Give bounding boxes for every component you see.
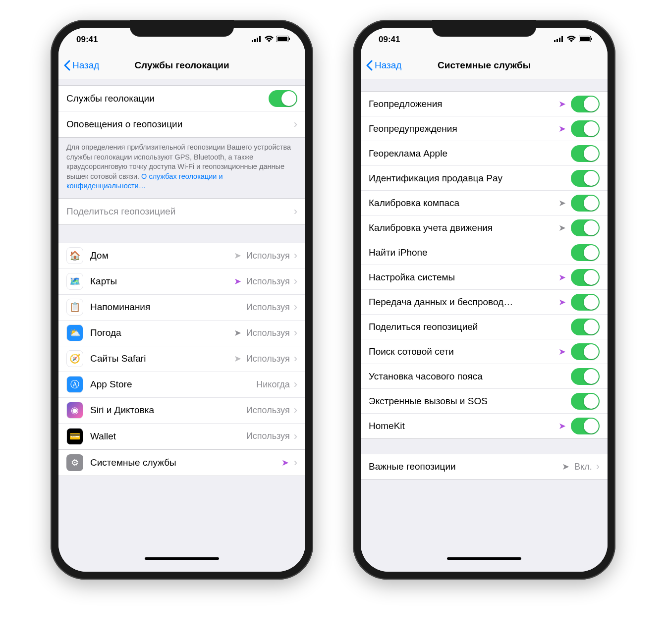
system-service-row[interactable]: Передача данных и беспровод… ➤ — [361, 290, 608, 315]
app-value: Используя — [246, 328, 290, 338]
home-indicator[interactable] — [145, 557, 219, 560]
app-name: Погода — [90, 327, 234, 338]
app-value: Используя — [246, 251, 290, 261]
system-service-row[interactable]: Идентификация продавца Pay — [361, 166, 608, 191]
row-location-services[interactable]: Службы геолокации — [58, 86, 305, 111]
app-icon: 🧭 — [66, 350, 83, 367]
wifi-icon — [567, 35, 576, 45]
app-row[interactable]: 💳 Wallet Используя › — [58, 424, 305, 449]
app-row[interactable]: Ⓐ App Store Никогда › — [58, 372, 305, 398]
status-time: 09:41 — [76, 35, 98, 45]
app-value: Используя — [246, 431, 290, 441]
service-name: Настройка системы — [369, 272, 558, 283]
wifi-icon — [265, 35, 274, 45]
toggle-switch[interactable] — [571, 343, 600, 360]
svg-rect-3 — [259, 36, 261, 42]
app-name: Напоминания — [90, 302, 242, 313]
system-service-row[interactable]: Геопредупреждения ➤ — [361, 116, 608, 141]
chevron-right-icon: › — [294, 119, 297, 130]
toggle-switch[interactable] — [571, 170, 600, 187]
app-name: Wallet — [90, 431, 242, 442]
system-service-row[interactable]: Калибровка учета движения ➤ — [361, 215, 608, 240]
app-name: Сайты Safari — [90, 353, 234, 364]
row-share-location[interactable]: Поделиться геопозицией › — [58, 199, 305, 224]
row-system-services[interactable]: ⚙ Системные службы ➤ › — [58, 450, 305, 476]
toggle-switch[interactable] — [571, 96, 600, 112]
toggle-switch[interactable] — [571, 294, 600, 311]
battery-icon — [579, 35, 593, 45]
location-arrow-icon: ➤ — [234, 353, 241, 364]
service-name: Геопредупреждения — [369, 123, 558, 134]
system-service-row[interactable]: Поделиться геопозицией — [361, 315, 608, 339]
service-name: Калибровка компаса — [369, 198, 558, 209]
toggle-switch[interactable] — [571, 145, 600, 162]
app-name: Карты — [90, 276, 234, 287]
toggle-switch[interactable] — [571, 393, 600, 410]
system-service-row[interactable]: HomeKit ➤ — [361, 414, 608, 438]
svg-rect-1 — [254, 39, 256, 42]
svg-rect-8 — [556, 39, 558, 42]
app-icon: 💳 — [66, 428, 83, 445]
app-icon: ◉ — [66, 402, 83, 419]
app-value: Никогда — [256, 379, 289, 390]
app-row[interactable]: 🏠 Дом ➤ Используя › — [58, 243, 305, 269]
toggle-switch[interactable] — [571, 418, 600, 434]
toggle-switch[interactable] — [571, 269, 600, 286]
back-button[interactable]: Назад — [63, 60, 99, 71]
back-label: Назад — [375, 60, 401, 71]
system-service-row[interactable]: Найти iPhone — [361, 240, 608, 265]
row-label: Системные службы — [90, 457, 281, 468]
toggle-switch[interactable] — [571, 319, 600, 335]
service-name: Геопредложения — [369, 99, 558, 109]
app-value: Используя — [246, 302, 290, 313]
service-name: HomeKit — [369, 421, 558, 431]
app-icon: 🏠 — [66, 247, 83, 264]
chevron-right-icon: › — [294, 405, 297, 416]
back-label: Назад — [72, 60, 99, 71]
app-row[interactable]: ◉ Siri и Диктовка Используя › — [58, 398, 305, 424]
svg-rect-10 — [561, 36, 563, 42]
location-arrow-icon: ➤ — [281, 457, 289, 468]
app-row[interactable]: 🗺️ Карты ➤ Используя › — [58, 269, 305, 295]
service-name: Геореклама Apple — [369, 148, 567, 159]
svg-rect-9 — [559, 38, 560, 42]
toggle-switch[interactable] — [571, 195, 600, 212]
location-arrow-icon: ➤ — [558, 421, 566, 431]
svg-rect-2 — [257, 38, 258, 42]
toggle-switch[interactable] — [571, 244, 600, 261]
location-arrow-icon: ➤ — [234, 250, 241, 261]
system-service-row[interactable]: Настройка системы ➤ — [361, 265, 608, 290]
toggle-location-services[interactable] — [269, 90, 297, 107]
system-service-row[interactable]: Экстренные вызовы и SOS — [361, 389, 608, 414]
system-service-row[interactable]: Поиск сотовой сети ➤ — [361, 339, 608, 364]
service-name: Экстренные вызовы и SOS — [369, 396, 567, 407]
system-service-row[interactable]: Геопредложения ➤ — [361, 92, 608, 116]
app-icon: 📋 — [66, 299, 83, 316]
svg-rect-12 — [580, 37, 590, 41]
system-service-row[interactable]: Калибровка компаса ➤ — [361, 191, 608, 215]
toggle-switch[interactable] — [571, 219, 600, 236]
service-name: Идентификация продавца Pay — [369, 173, 567, 184]
location-arrow-icon: ➤ — [558, 198, 566, 209]
app-row[interactable]: 🧭 Сайты Safari ➤ Используя › — [58, 346, 305, 372]
row-significant-locations[interactable]: Важные геопозиции ➤ Вкл. › — [361, 454, 608, 479]
system-service-row[interactable]: Установка часового пояса — [361, 364, 608, 389]
settings-icon: ⚙ — [66, 454, 83, 471]
row-label: Поделиться геопозицией — [66, 206, 290, 217]
signal-icon — [252, 35, 262, 45]
notch — [432, 20, 536, 37]
row-location-alerts[interactable]: Оповещения о геопозиции › — [58, 111, 305, 137]
notch — [130, 20, 234, 37]
toggle-switch[interactable] — [571, 120, 600, 137]
app-name: Дом — [90, 250, 234, 261]
back-button[interactable]: Назад — [366, 60, 401, 71]
content: Службы геолокации Оповещения о геопозици… — [58, 79, 305, 572]
toggle-switch[interactable] — [571, 368, 600, 385]
app-row[interactable]: ⛅ Погода ➤ Используя › — [58, 321, 305, 346]
location-arrow-icon: ➤ — [558, 99, 566, 109]
system-service-row[interactable]: Геореклама Apple — [361, 141, 608, 166]
home-indicator[interactable] — [447, 557, 521, 560]
signal-icon — [554, 35, 564, 45]
svg-rect-6 — [289, 38, 290, 40]
app-row[interactable]: 📋 Напоминания Используя › — [58, 295, 305, 321]
